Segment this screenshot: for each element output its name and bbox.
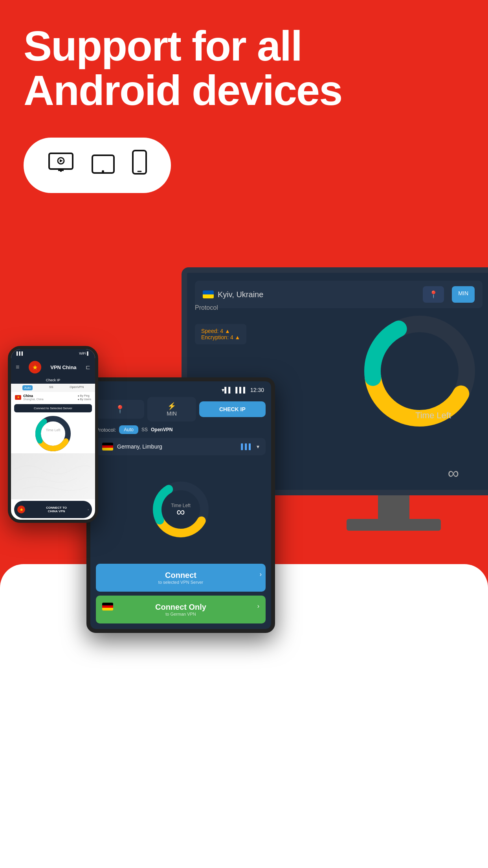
phone-status-bar: ▌▌▌ WiFi ▌ [11, 349, 95, 358]
tablet-wifi-icon: ▾▌▌ [222, 387, 232, 393]
tv-location-text: Kyiv, Ukraine [218, 290, 263, 299]
tablet-proto-label: Protocol: [96, 427, 116, 433]
phone-server-item: ★ China Shanghai, China ● By Ping ● By U… [11, 392, 95, 403]
phone-header: ≡ ★ VPN China ⊏ [11, 358, 95, 377]
phone-btn-line1: CONNECT TO [28, 506, 85, 509]
tablet-only-arrow: › [257, 603, 259, 610]
tablet-checkip-button[interactable]: CHECK IP [199, 401, 266, 417]
svg-text:∞: ∞ [51, 431, 56, 439]
phone-icon [132, 149, 147, 181]
tablet-connect-label: Connect [165, 571, 196, 580]
tablet-min-button[interactable]: ⚡ MIN [147, 397, 196, 421]
svg-marker-2 [60, 159, 63, 162]
tablet-min-label: MIN [167, 410, 177, 417]
phone-device: ▌▌▌ WiFi ▌ ≡ ★ VPN China ⊏ Check IP Auto… [8, 346, 98, 523]
tablet-de-flag [102, 603, 113, 611]
phone-protocols: Auto SS OpenVPN [11, 384, 95, 392]
tablet-connect-arrow: › [260, 571, 262, 578]
tv-time-left: Time Left [415, 410, 451, 421]
tv-infinity: ∞ [448, 464, 459, 482]
phone-proto-ss[interactable]: SS [49, 385, 53, 390]
header-line1: Support for all [24, 22, 302, 70]
tablet-signal-icon: ▌▌▌ [235, 387, 247, 393]
phone-proto-ovpn[interactable]: OpenVPN [70, 385, 84, 390]
tablet-protocol-row: Protocol: Auto SS OpenVPN [96, 425, 266, 434]
phone-by-ping: ● By Ping [77, 394, 91, 397]
phone-donut-chart: Time Left ∞ [33, 414, 73, 453]
phone-share-icon: ⊏ [86, 364, 90, 370]
tablet-connect-only-sub: to German VPN [165, 612, 196, 616]
tablet-time: 12:30 [250, 387, 264, 393]
phone-bottom-connect[interactable]: ★ CONNECT TO CHINA VPN › [14, 501, 92, 518]
header: Support for all Android devices [24, 24, 342, 113]
tv-icon [47, 150, 75, 181]
phone-menu-icon: ≡ [16, 364, 19, 371]
phone-proto-auto[interactable]: Auto [22, 385, 33, 390]
tablet-connect-only-button[interactable]: Connect Only to German VPN › [96, 596, 266, 623]
svg-point-18 [58, 466, 66, 475]
tablet-pin-button[interactable]: 📍 [96, 400, 144, 419]
phone-server-name: China [23, 394, 44, 398]
phone-map [11, 453, 95, 499]
tablet-server-name: Germany, Limburg [117, 443, 162, 450]
tablet-icon [90, 150, 116, 181]
tablet-connect-only-label: Connect Only [155, 603, 206, 612]
tv-base [347, 519, 441, 531]
phone-screen: ▌▌▌ WiFi ▌ ≡ ★ VPN China ⊏ Check IP Auto… [11, 349, 95, 520]
phone-check-ip-label[interactable]: Check IP [11, 377, 95, 384]
phone-btn-line2: CHINA VPN [28, 509, 85, 513]
phone-title: VPN China [50, 364, 76, 370]
tv-protocol-label: Protocol [195, 304, 218, 311]
phone-signal: ▌▌▌ [17, 351, 24, 355]
phone-server-sub: Shanghai, China [23, 398, 44, 401]
device-pill [24, 138, 171, 193]
phone-wifi: WiFi ▌ [79, 351, 90, 355]
tablet-device: ▾▌▌ ▌▌▌ 12:30 📍 ⚡ MIN CHECK IP Protocol:… [86, 377, 275, 633]
tv-top-bar: Kyiv, Ukraine 📍 MIN [195, 281, 482, 308]
svg-point-6 [102, 170, 104, 173]
phone-connect-btn[interactable]: Connect to Selected Server [14, 404, 92, 412]
svg-rect-7 [133, 151, 146, 174]
header-line2: Android devices [24, 66, 342, 114]
tablet-donut-chart: Time Left ∞ [149, 478, 212, 541]
tablet-checkip-label: CHECK IP [219, 406, 246, 412]
tablet-proto-ovpn[interactable]: OpenVPN [151, 427, 172, 432]
tablet-screen: ▾▌▌ ▌▌▌ 12:30 📍 ⚡ MIN CHECK IP Protocol:… [90, 381, 271, 629]
tablet-connect-button[interactable]: Connect to selected VPN Server › [96, 564, 266, 592]
header-title: Support for all Android devices [24, 24, 342, 113]
ukraine-flag [203, 291, 214, 298]
tablet-dropdown-icon[interactable]: ▾ [257, 443, 259, 450]
tablet-proto-auto[interactable]: Auto [119, 425, 138, 434]
germany-flag [102, 443, 113, 451]
tv-location: Kyiv, Ukraine [203, 290, 263, 299]
tablet-proto-ss[interactable]: SS [141, 427, 148, 432]
tablet-signal-bars: ▌▌▌ [241, 443, 253, 450]
phone-btn-arrow: › [88, 508, 89, 511]
tablet-status-bar: ▾▌▌ ▌▌▌ 12:30 [96, 387, 266, 393]
svg-point-17 [41, 471, 47, 477]
tablet-donut-area: Time Left ∞ [96, 459, 266, 560]
tablet-server-row: Germany, Limburg ▌▌▌ ▾ [96, 438, 266, 455]
tablet-connect-sub: to selected VPN Server [158, 580, 203, 585]
tablet-action-row: 📍 ⚡ MIN CHECK IP [96, 397, 266, 421]
phone-by-users: ● By Users [77, 398, 91, 401]
svg-text:∞: ∞ [176, 505, 185, 518]
tv-speed: Speed: 4 ▲Encryption: 4 ▲ [195, 324, 246, 344]
phone-flag-cn: ★ [29, 361, 41, 373]
china-flag: ★ [15, 395, 21, 400]
phone-cn-btn-flag: ★ [17, 506, 25, 513]
